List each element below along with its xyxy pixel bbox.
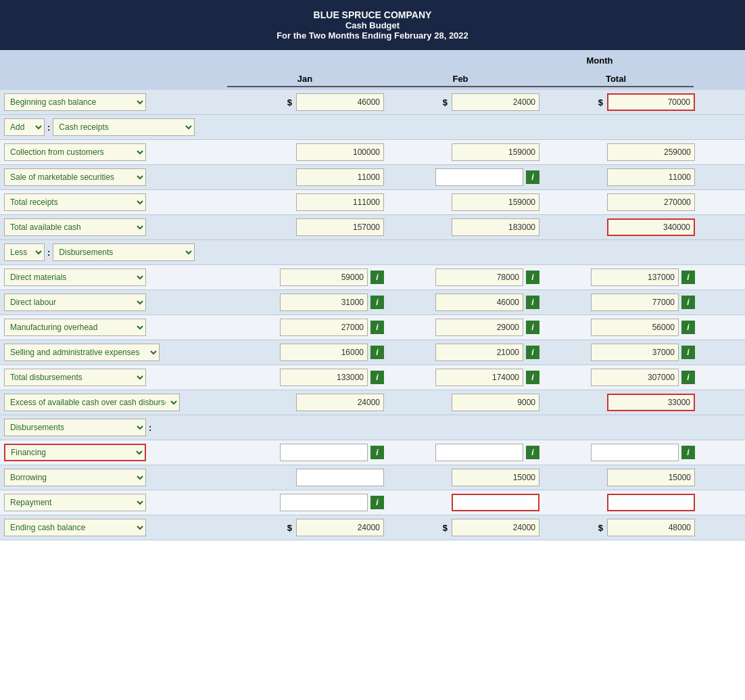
input-beginning-cash-total[interactable]: [607, 93, 695, 111]
info-btn-fin-feb[interactable]: i: [526, 446, 539, 459]
info-btn-td-jan[interactable]: i: [370, 371, 384, 384]
input-exc-jan[interactable]: [296, 394, 384, 411]
val-bor-jan: [231, 469, 387, 486]
row-total-disb: Total disbursements i i i: [0, 365, 745, 390]
val-sale-feb: i: [387, 168, 542, 186]
input-sale-feb[interactable]: [435, 168, 523, 186]
col-feb-header: Feb: [383, 74, 538, 87]
info-btn-mo-feb[interactable]: i: [526, 321, 539, 334]
info-btn-sale-feb[interactable]: i: [526, 170, 539, 184]
info-btn-dl-jan[interactable]: i: [370, 296, 384, 309]
input-total-avail-total[interactable]: [607, 218, 695, 236]
info-btn-rep-jan[interactable]: i: [370, 496, 384, 509]
input-mo-jan[interactable]: [280, 319, 368, 336]
select-total-available[interactable]: Total available cash: [4, 218, 146, 236]
info-btn-sa-total[interactable]: i: [681, 346, 695, 359]
input-td-total[interactable]: [591, 369, 679, 386]
input-bor-feb[interactable]: [452, 469, 539, 486]
select-add[interactable]: Add: [4, 118, 45, 136]
info-btn-dm-feb[interactable]: i: [526, 271, 539, 284]
input-end-total[interactable]: [607, 519, 695, 536]
input-total-receipts-feb[interactable]: [452, 193, 539, 211]
input-sa-feb[interactable]: [435, 344, 523, 361]
input-rep-total[interactable]: [607, 494, 695, 511]
info-btn-fin-jan[interactable]: i: [370, 446, 384, 459]
input-fin-total[interactable]: [591, 444, 679, 461]
info-btn-td-total[interactable]: i: [681, 371, 695, 384]
select-less[interactable]: Less: [4, 243, 45, 261]
input-beginning-cash-jan[interactable]: [296, 93, 384, 111]
input-mo-total[interactable]: [591, 319, 679, 336]
input-sa-jan[interactable]: [280, 344, 368, 361]
input-fin-feb[interactable]: [435, 444, 523, 461]
val-fin-feb: i: [387, 444, 542, 461]
input-beginning-cash-feb[interactable]: [452, 93, 539, 111]
info-btn-dm-jan[interactable]: i: [370, 271, 384, 284]
info-btn-mo-total[interactable]: i: [681, 321, 695, 334]
info-btn-dl-feb[interactable]: i: [526, 296, 539, 309]
input-sale-total[interactable]: [607, 168, 695, 186]
input-end-jan[interactable]: [296, 519, 384, 536]
report-period: For the Two Months Ending February 28, 2…: [7, 30, 738, 41]
input-dm-jan[interactable]: [280, 269, 368, 286]
select-direct-materials[interactable]: Direct materials: [4, 269, 146, 286]
val-collection-total: [542, 143, 698, 161]
val-total-receipts-jan: [231, 193, 387, 211]
select-beginning-cash[interactable]: Beginning cash balance: [4, 93, 146, 111]
input-dl-jan[interactable]: [280, 294, 368, 311]
input-dl-feb[interactable]: [435, 294, 523, 311]
input-dl-total[interactable]: [591, 294, 679, 311]
input-sale-jan[interactable]: [296, 168, 384, 186]
input-total-avail-jan[interactable]: [296, 218, 384, 236]
select-total-disb[interactable]: Total disbursements: [4, 369, 146, 386]
input-collection-feb[interactable]: [452, 143, 539, 161]
input-rep-feb[interactable]: [452, 494, 539, 511]
info-btn-sa-jan[interactable]: i: [370, 346, 384, 359]
row-repayment: Repayment i: [0, 490, 745, 515]
input-bor-jan[interactable]: [296, 469, 384, 486]
input-collection-total[interactable]: [607, 143, 695, 161]
select-financing[interactable]: Financing: [4, 444, 146, 461]
input-end-feb[interactable]: [452, 519, 539, 536]
select-borrowing[interactable]: Borrowing: [4, 469, 146, 486]
info-btn-mo-jan[interactable]: i: [370, 321, 384, 334]
select-direct-labour[interactable]: Direct labour: [4, 294, 146, 311]
input-dm-feb[interactable]: [435, 269, 523, 286]
info-btn-dm-total[interactable]: i: [681, 271, 695, 284]
select-repayment[interactable]: Repayment: [4, 494, 146, 511]
input-total-receipts-jan[interactable]: [296, 193, 384, 211]
input-mo-feb[interactable]: [435, 319, 523, 336]
row-direct-materials: Direct materials i i i: [0, 265, 745, 290]
input-fin-jan[interactable]: [280, 444, 368, 461]
input-dm-total[interactable]: [591, 269, 679, 286]
select-cash-receipts[interactable]: Cash receipts: [53, 118, 195, 136]
val-end-total: $: [542, 519, 698, 536]
input-bor-total[interactable]: [607, 469, 695, 486]
input-rep-jan[interactable]: [280, 494, 368, 511]
select-ending-cash[interactable]: Ending cash balance: [4, 519, 146, 536]
input-td-feb[interactable]: [435, 369, 523, 386]
info-btn-sa-feb[interactable]: i: [526, 346, 539, 359]
label-less-disbursements: Less : Disbursements: [4, 243, 231, 261]
val-sa-total: i: [542, 344, 698, 361]
input-total-receipts-total[interactable]: [607, 193, 695, 211]
select-disbursements-header[interactable]: Disbursements: [53, 243, 195, 261]
input-sa-total[interactable]: [591, 344, 679, 361]
info-btn-fin-total[interactable]: i: [681, 446, 695, 459]
select-sell-admin[interactable]: Selling and administrative expenses: [4, 344, 160, 361]
select-mfg-overhead[interactable]: Manufacturing overhead: [4, 319, 146, 336]
select-collection[interactable]: Collection from customers: [4, 143, 146, 161]
input-exc-total[interactable]: [607, 394, 695, 411]
select-excess[interactable]: Excess of available cash over cash disbu…: [4, 394, 180, 411]
input-td-jan[interactable]: [280, 369, 368, 386]
select-total-receipts[interactable]: Total receipts: [4, 193, 146, 211]
info-btn-td-feb[interactable]: i: [526, 371, 539, 384]
info-btn-dl-total[interactable]: i: [681, 296, 695, 309]
input-collection-jan[interactable]: [296, 143, 384, 161]
select-disb-section[interactable]: Disbursements: [4, 419, 146, 436]
input-total-avail-feb[interactable]: [452, 218, 539, 236]
select-sale-securities[interactable]: Sale of marketable securities: [4, 168, 146, 186]
input-exc-feb[interactable]: [452, 394, 539, 411]
row-ending-cash: Ending cash balance $ $ $: [0, 515, 745, 540]
val-beginning-cash-total: $: [542, 93, 698, 111]
